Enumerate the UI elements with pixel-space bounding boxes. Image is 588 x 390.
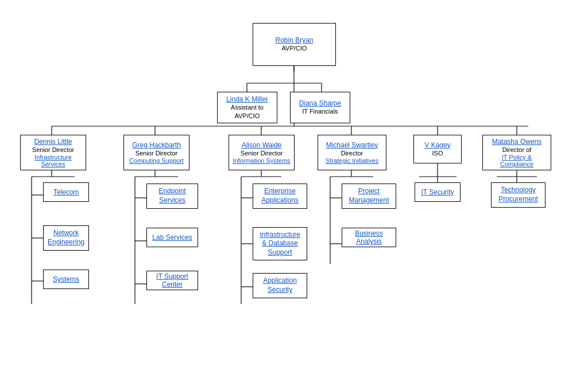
dir2-dept: Computing Support [129, 157, 184, 164]
dir4-node: Michael Swartley Director Strategic Init… [318, 135, 386, 170]
is3-label: Application Security [257, 276, 303, 294]
policy1-label: Technology Procurement [495, 186, 541, 204]
asst1-title: Assistant to AVP/CIO [221, 103, 273, 120]
si1-node: Project Management [342, 184, 396, 209]
iso1-node: IT Security [415, 182, 461, 202]
is1-label: Enterprise Applications [257, 187, 303, 205]
is2-node: Infrastructure & Database Support [253, 227, 307, 260]
dir1-title: Senior Director [32, 146, 74, 154]
iso1-label: IT Security [421, 188, 454, 196]
dir2-name: Greg Hackbarth [132, 141, 181, 149]
root-name: Robin Bryan [275, 36, 313, 44]
dir4-title: Director [341, 149, 363, 157]
si2-node: Business Analysis [342, 228, 396, 247]
policy1-node: Technology Procurement [491, 182, 546, 208]
comp1-label: Endpoint Services [150, 187, 194, 205]
infra2-node: Network Engineering [43, 225, 89, 251]
si1-label: Project Management [346, 187, 392, 205]
is1-node: Enterprise Applications [253, 184, 307, 209]
dir6-name: Matasha Owens [492, 138, 542, 146]
org-chart: Robin Bryan AVP/CIO Linda K Miller Assis… [0, 0, 588, 390]
dir5-name: V Kagey [424, 141, 450, 149]
infra3-label: Systems [53, 275, 79, 283]
dir3-dept: Information Systems [233, 157, 290, 164]
dir1-name: Dennis Little [34, 138, 72, 146]
comp2-label: Lab Services [152, 233, 192, 241]
dir6-dept: IT Policy & Compliance [486, 154, 547, 167]
dir5-title: ISO [432, 149, 443, 157]
comp2-node: Lab Services [146, 228, 198, 247]
comp3-node: IT Support Center [146, 271, 198, 290]
dir3-name: Alison Waide [242, 141, 282, 149]
assistant1-node: Linda K Miller Assistant to AVP/CIO [217, 92, 277, 123]
dir3-title: Senior Director [241, 149, 283, 157]
dir6-title: Director of [502, 146, 532, 154]
assistant2-node: Diana Sharpe IT Financials [290, 92, 350, 123]
dir2-node: Greg Hackbarth Senior Director Computing… [123, 135, 189, 170]
is2-label: Infrastructure & Database Support [257, 231, 303, 258]
infra3-node: Systems [43, 270, 89, 289]
dir3-node: Alison Waide Senior Director Information… [229, 135, 295, 170]
asst1-name: Linda K Miller [226, 95, 268, 103]
dir4-dept: Strategic Initiatives [326, 157, 378, 164]
si2-label: Business Analysis [346, 229, 392, 245]
dir1-dept: Infrastructure Services [24, 154, 82, 167]
dir2-title: Senior Director [136, 149, 177, 157]
asst2-title: IT Financials [302, 107, 338, 115]
infra1-node: Telecom [43, 182, 89, 202]
dir4-name: Michael Swartley [326, 141, 378, 149]
infra2-label: Network Engineering [47, 229, 85, 247]
infra1-label: Telecom [53, 188, 79, 196]
root-title: AVP/CIO [282, 44, 307, 52]
is3-node: Application Security [253, 273, 307, 298]
dir5-node: V Kagey ISO [413, 135, 462, 163]
dir6-node: Matasha Owens Director of IT Policy & Co… [482, 135, 551, 170]
comp3-label: IT Support Center [150, 272, 194, 288]
comp1-node: Endpoint Services [146, 184, 198, 209]
dir1-node: Dennis Little Senior Director Infrastruc… [20, 135, 86, 170]
root-node: Robin Bryan AVP/CIO [253, 23, 336, 66]
asst2-name: Diana Sharpe [299, 99, 341, 107]
